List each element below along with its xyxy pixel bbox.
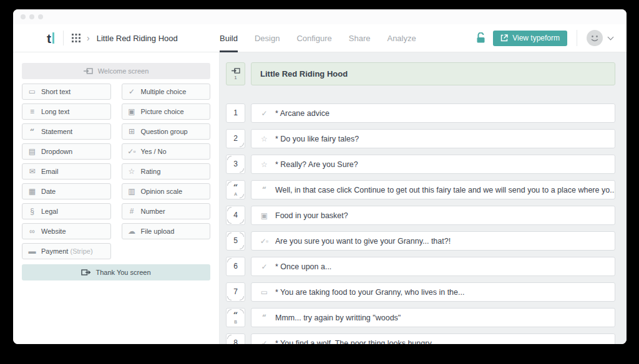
workspaces-grid-icon[interactable] — [72, 34, 80, 42]
short-text-icon: ▭ — [27, 87, 36, 96]
question-type-icon: ▭ — [259, 288, 269, 297]
field-email-button[interactable]: ✉Email — [22, 163, 111, 180]
traffic-light-close-icon[interactable] — [21, 14, 26, 19]
field-statement-button[interactable]: “Statement — [22, 123, 111, 140]
statement-quote-icon: “ — [233, 183, 238, 191]
question-badge[interactable]: 1 — [226, 103, 245, 123]
question-badge[interactable]: 7 — [226, 282, 245, 302]
website-icon: ∞ — [27, 227, 36, 236]
question-badge[interactable]: 2 — [226, 129, 245, 148]
question-bar[interactable]: “Mmm... try again by writting "woods" — [251, 308, 615, 327]
tab-design[interactable]: Design — [255, 24, 280, 52]
question-bar[interactable]: ☆* Really? Are you Sure? — [251, 155, 615, 174]
question-bar[interactable]: ✓* Arcane advice — [251, 103, 615, 123]
user-avatar[interactable] — [587, 30, 603, 46]
field-payment-button[interactable]: ▬Payment (Stripe) — [22, 243, 111, 259]
tab-analyze[interactable]: Analyze — [387, 24, 416, 52]
logic-jump-icon — [227, 296, 232, 300]
welcome-screen-icon — [232, 67, 240, 74]
statement-badge[interactable]: “B — [226, 308, 245, 327]
field-question-group-button[interactable]: ⊞Question group — [122, 123, 211, 140]
lock-icon[interactable] — [476, 32, 485, 44]
field-website-button[interactable]: ∞Website — [22, 223, 111, 239]
app-header: t › Little Red Riding Hood Build Design … — [13, 24, 627, 52]
field-legal-button[interactable]: §Legal — [22, 203, 111, 219]
tab-build[interactable]: Build — [220, 24, 238, 52]
question-letter: A — [234, 192, 237, 196]
field-date-button[interactable]: ▦Date — [22, 183, 111, 199]
question-list: 1 Little Red Riding Hood 1 ✓* Arcane adv… — [220, 52, 627, 344]
question-type-icon: ▣ — [259, 211, 269, 220]
payment-provider-label: (Stripe) — [70, 247, 92, 255]
question-number: 6 — [233, 262, 238, 270]
question-text: * Really? Are you Sure? — [275, 160, 358, 169]
logic-jump-in-icon — [227, 258, 232, 262]
question-bar[interactable]: ✓▫Are you sure you want to give your Gra… — [251, 231, 615, 251]
statement-icon: “ — [259, 186, 269, 194]
field-number-button[interactable]: #Number — [122, 203, 211, 219]
form-title[interactable]: Little Red Riding Hood — [97, 34, 178, 43]
question-badge[interactable]: 4 — [226, 206, 245, 225]
field-rating-button[interactable]: ☆Rating — [122, 163, 211, 180]
traffic-light-zoom-icon[interactable] — [38, 14, 43, 19]
logo-cursor-icon — [52, 32, 54, 44]
question-bar[interactable]: “Well, in that case click Continue to ge… — [251, 180, 615, 199]
thank-you-screen-label: Thank You screen — [95, 269, 150, 276]
field-dropdown-button[interactable]: ▤Dropdown — [22, 143, 111, 160]
add-thank-you-screen-button[interactable]: Thank You screen — [22, 264, 210, 280]
field-multiple-choice-button[interactable]: ✓Multiple choice — [122, 84, 211, 100]
view-typeform-button[interactable]: View typeform — [493, 31, 567, 46]
file-upload-icon: ☁ — [127, 227, 136, 236]
field-label: Payment (Stripe) — [41, 247, 93, 255]
date-icon: ▦ — [27, 187, 36, 196]
question-type-icon: ✓ — [259, 109, 269, 118]
statement-badge[interactable]: “A — [226, 180, 245, 199]
question-row: “A “Well, in that case click Continue to… — [226, 180, 615, 199]
field-opinion-scale-button[interactable]: ▥Opinion scale — [122, 183, 211, 199]
field-short-text-button[interactable]: ▭Short text — [22, 84, 111, 100]
welcome-screen-badge[interactable]: 1 — [226, 62, 245, 85]
welcome-screen-icon — [84, 67, 93, 75]
question-text: * Arcane advice — [275, 109, 329, 118]
field-yes-no-button[interactable]: ✓▫Yes / No — [122, 143, 211, 160]
tab-configure[interactable]: Configure — [296, 24, 331, 52]
question-bar[interactable]: ▭* You are taking food to your Granny, w… — [251, 282, 615, 302]
add-welcome-screen-button[interactable]: Welcome screen — [22, 63, 210, 79]
field-label: Number — [141, 208, 165, 215]
logic-jump-out-icon — [240, 296, 244, 300]
question-number: 2 — [233, 135, 238, 142]
question-badge[interactable]: 5 — [226, 231, 245, 251]
dropdown-icon: ▤ — [27, 147, 36, 156]
welcome-screen-bar[interactable]: Little Red Riding Hood — [251, 62, 615, 85]
logic-jump-icon — [227, 219, 232, 224]
field-file-upload-button[interactable]: ☁File upload — [122, 223, 211, 239]
question-bar[interactable]: ✓* Once upon a... — [251, 257, 615, 276]
question-row: 2 ☆* Do you like fairy tales? — [226, 129, 615, 148]
logic-jump-out-icon — [240, 194, 244, 198]
question-badge[interactable]: 6 — [226, 257, 245, 276]
account-chevron-down-icon[interactable] — [608, 34, 614, 41]
traffic-light-minimize-icon[interactable] — [29, 14, 34, 19]
field-type-grid: ▭Short text ✓Multiple choice ≡Long text … — [22, 84, 210, 259]
question-number: 1 — [233, 109, 238, 117]
question-badge[interactable]: 3 — [226, 155, 245, 174]
thank-you-screen-icon — [81, 269, 90, 276]
question-number: 3 — [233, 160, 238, 168]
breadcrumb-chevron-icon: › — [87, 33, 90, 43]
field-label: Picture choice — [141, 108, 184, 115]
question-badge[interactable]: 8 — [226, 333, 245, 344]
typeform-logo[interactable]: t — [47, 32, 51, 45]
multiple-choice-icon: ✓ — [127, 87, 136, 96]
tab-share[interactable]: Share — [349, 24, 371, 52]
question-bar[interactable]: ☆* Do you like fairy tales? — [251, 129, 615, 148]
question-bar[interactable]: ✓* You find a wolf. The poor thing looks… — [251, 333, 615, 344]
field-long-text-button[interactable]: ≡Long text — [22, 103, 111, 120]
logic-jump-out-icon — [240, 219, 244, 224]
logic-jump-out-icon — [240, 168, 244, 173]
field-picture-choice-button[interactable]: ▣Picture choice — [122, 103, 211, 120]
field-label: Legal — [41, 208, 58, 215]
question-bar[interactable]: ▣Food in your basket? — [251, 206, 615, 225]
logic-jump-in-icon — [227, 181, 232, 186]
question-group-icon: ⊞ — [127, 127, 136, 136]
question-type-icon: ☆ — [259, 160, 269, 169]
